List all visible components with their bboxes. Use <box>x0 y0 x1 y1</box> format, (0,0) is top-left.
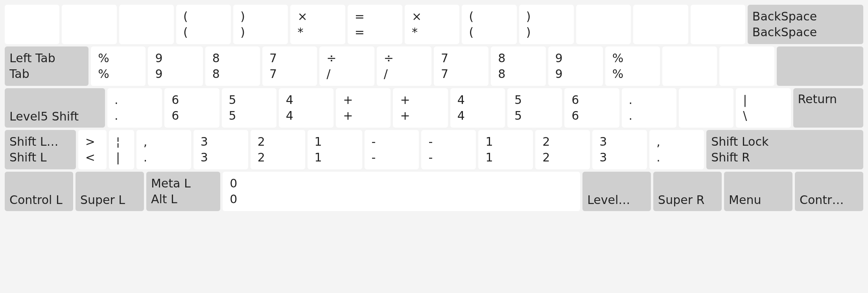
key-r2-3-upper-label: 8 <box>210 50 255 67</box>
key-r2-5[interactable]: ÷/ <box>319 46 374 86</box>
key-r2-9-upper-label: 9 <box>553 50 598 67</box>
key-r2-10[interactable]: %% <box>605 46 660 86</box>
key-r4-10[interactable]: ,. <box>649 130 704 169</box>
key-r2-3-lower-label: 8 <box>210 66 255 82</box>
key-r2-1-lower-label: % <box>96 66 141 82</box>
key-angle-lower-label: < <box>83 150 102 166</box>
key-control-l-lower-label: Control L <box>9 192 68 208</box>
key-r1-9[interactable]: (( <box>462 5 516 44</box>
key-r1-12[interactable] <box>633 5 688 44</box>
key-r2-7-upper-label: 7 <box>439 50 484 67</box>
key-r3-8[interactable]: 55 <box>507 88 562 128</box>
key-r3-1[interactable]: .. <box>107 88 162 128</box>
key-super-l[interactable]: Super L <box>76 172 144 211</box>
key-r4-5-upper-label: - <box>369 134 415 150</box>
key-r2-7[interactable]: 77 <box>434 46 488 86</box>
key-r1-11[interactable] <box>576 5 631 44</box>
key-r3-12[interactable]: |\ <box>736 88 791 128</box>
key-r3-8-lower-label: 5 <box>512 108 557 124</box>
key-return[interactable]: Return <box>793 88 863 128</box>
key-r1-3[interactable] <box>119 5 174 44</box>
key-r1-5[interactable]: )) <box>233 5 288 44</box>
key-r3-10-upper-label: . <box>627 92 672 108</box>
key-r2-10-lower-label: % <box>610 66 655 82</box>
key-r3-1-upper-label: . <box>112 92 157 108</box>
key-space[interactable]: 00 <box>223 172 580 211</box>
key-r4-3-lower-label: 2 <box>255 150 300 166</box>
key-r4-8[interactable]: 22 <box>535 130 590 169</box>
key-r2-8[interactable]: 88 <box>491 46 545 86</box>
key-control-l[interactable]: Control L <box>5 172 73 211</box>
key-r2-5-lower-label: / <box>324 66 369 82</box>
key-r4-3-upper-label: 2 <box>255 134 300 150</box>
key-r2-4-upper-label: 7 <box>267 50 312 67</box>
key-r1-4[interactable]: (( <box>176 5 231 44</box>
key-level5-shift[interactable]: Level5 Shift <box>5 88 105 128</box>
key-r4-6[interactable]: -- <box>421 130 476 169</box>
key-r2-4[interactable]: 77 <box>262 46 317 86</box>
key-super-r[interactable]: Super R <box>653 172 722 211</box>
key-r3-10[interactable]: .. <box>622 88 676 128</box>
key-broken-bar-lower-label: | <box>114 150 129 166</box>
key-r2-2-lower-label: 9 <box>153 66 198 82</box>
key-r2-2[interactable]: 99 <box>148 46 203 86</box>
key-r2-6-lower-label: / <box>381 66 427 82</box>
key-r3-4[interactable]: 44 <box>279 88 334 128</box>
key-r4-1[interactable]: ,. <box>136 130 191 169</box>
key-r4-4[interactable]: 11 <box>308 130 362 169</box>
key-r4-2[interactable]: 33 <box>194 130 248 169</box>
key-tab[interactable]: Left TabTab <box>5 46 88 86</box>
key-r3-9[interactable]: 66 <box>564 88 619 128</box>
key-r2-1[interactable]: %% <box>91 46 146 86</box>
key-shift-l[interactable]: Shift L…Shift L <box>5 130 76 169</box>
key-r1-10[interactable]: )) <box>519 5 574 44</box>
key-r3-3[interactable]: 55 <box>222 88 276 128</box>
key-r4-5[interactable]: -- <box>365 130 419 169</box>
key-r2-11[interactable] <box>662 46 717 86</box>
key-r1-6-lower-label: * <box>295 24 340 41</box>
key-tab-lower-label: Tab <box>9 66 84 82</box>
key-r4-7[interactable]: 11 <box>478 130 533 169</box>
key-r2-3[interactable]: 88 <box>205 46 260 86</box>
key-r2-6[interactable]: ÷/ <box>377 46 431 86</box>
key-shift-r-upper-label: Shift Lock <box>711 134 859 150</box>
key-r1-7-lower-label: = <box>352 24 398 41</box>
key-r2-9[interactable]: 99 <box>548 46 603 86</box>
key-r4-9-upper-label: 3 <box>597 134 642 150</box>
key-r1-8[interactable]: ×* <box>405 5 459 44</box>
key-shift-r[interactable]: Shift LockShift R <box>706 130 863 169</box>
key-r4-10-upper-label: , <box>654 134 699 150</box>
key-r1-1[interactable] <box>5 5 59 44</box>
key-r3-2[interactable]: 66 <box>164 88 219 128</box>
key-backspace[interactable]: BackSpaceBackSpace <box>748 5 863 44</box>
key-r1-13[interactable] <box>691 5 745 44</box>
key-r3-6[interactable]: ++ <box>393 88 448 128</box>
key-r1-2[interactable] <box>62 5 116 44</box>
key-control-r[interactable]: Contr… <box>795 172 863 211</box>
key-level3[interactable]: Level… <box>582 172 651 211</box>
key-r4-9[interactable]: 33 <box>592 130 647 169</box>
key-r4-3[interactable]: 22 <box>251 130 305 169</box>
key-r3-5-lower-label: + <box>341 108 386 124</box>
key-angle[interactable]: >< <box>78 130 107 169</box>
key-r1-7[interactable]: == <box>348 5 402 44</box>
key-r3-5[interactable]: ++ <box>336 88 391 128</box>
key-r4-9-lower-label: 3 <box>597 150 642 166</box>
key-super-r-lower-label: Super R <box>658 192 717 208</box>
key-r2-6-upper-label: ÷ <box>381 50 427 67</box>
key-r1-6[interactable]: ×* <box>290 5 345 44</box>
key-r3-7-upper-label: 4 <box>455 92 500 108</box>
key-r2-12[interactable] <box>719 46 774 86</box>
key-r1-4-lower-label: ( <box>181 24 226 41</box>
key-r2-8-lower-label: 8 <box>496 66 541 82</box>
key-r3-7[interactable]: 44 <box>450 88 505 128</box>
key-r1-8-lower-label: * <box>409 24 455 41</box>
key-menu[interactable]: Menu <box>724 172 792 211</box>
key-alt-l[interactable]: Meta LAlt L <box>146 172 220 211</box>
key-r2-13[interactable] <box>777 46 863 86</box>
key-return-upper-label: Return <box>798 91 859 108</box>
key-r3-5-upper-label: + <box>341 92 386 108</box>
key-r3-10-lower-label: . <box>627 108 672 124</box>
key-r3-11[interactable] <box>679 88 733 128</box>
key-broken-bar[interactable]: ¦| <box>109 130 134 169</box>
